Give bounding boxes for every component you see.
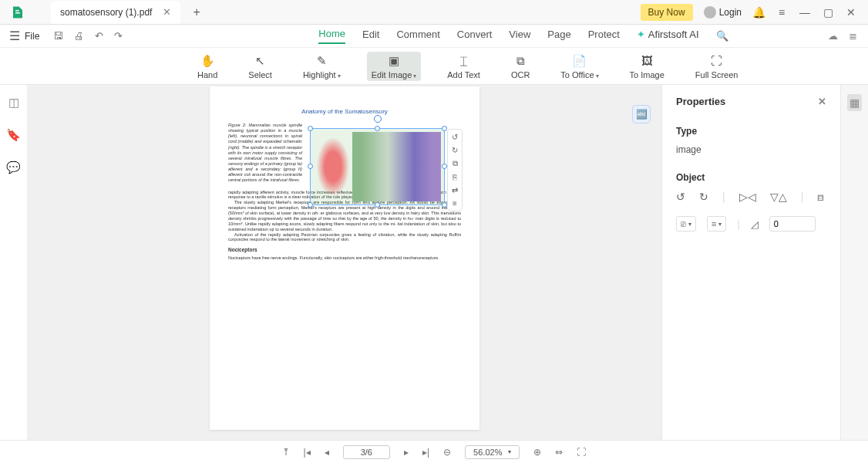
rotate-handle[interactable] — [374, 115, 382, 123]
resize-handle-bl[interactable] — [308, 202, 313, 208]
resize-handle-bm[interactable] — [375, 202, 380, 208]
crop-tool-icon[interactable]: ⧈ — [817, 191, 824, 204]
properties-panel: Properties ✕ Type image Object ↺ ↻ | ▷◁ … — [661, 85, 840, 440]
ocr-icon: ⧉ — [516, 53, 525, 69]
page-indicator[interactable]: 3/6 — [343, 445, 390, 459]
notification-icon[interactable]: 🔔 — [752, 6, 765, 19]
resize-handle-mr[interactable] — [442, 164, 447, 169]
tool-highlight[interactable]: ✎Highlight▾ — [298, 52, 345, 81]
thumbnails-icon[interactable]: ◫ — [8, 96, 19, 110]
document-tab[interactable]: somatosensory (1).pdf ✕ — [51, 1, 180, 24]
tool-ocr[interactable]: ⧉OCR — [506, 52, 534, 81]
resize-handle-tr[interactable] — [442, 126, 447, 131]
buy-now-button[interactable]: Buy Now — [641, 4, 693, 21]
export-image-icon: 🖼 — [641, 53, 653, 69]
undo-icon[interactable]: ↶ — [95, 30, 103, 42]
crop-icon[interactable]: ⧉ — [453, 159, 458, 168]
fit-page-icon[interactable]: ⛶ — [577, 447, 586, 458]
comments-icon[interactable]: 💬 — [6, 161, 21, 174]
tab-comment[interactable]: Comment — [396, 29, 439, 43]
figure-caption: Figure 2: Mammalian muscle spindle showi… — [228, 123, 302, 184]
tab-home[interactable]: Home — [318, 28, 345, 44]
office-icon: 📄 — [572, 53, 587, 69]
close-window-icon[interactable]: ✕ — [845, 6, 857, 19]
resize-handle-tm[interactable] — [375, 126, 380, 131]
ribbon: ✋Hand ↖Select ✎Highlight▾ ▣Edit Image▾ ⌶… — [0, 48, 868, 85]
ai-label: Afirstsoft AI — [648, 29, 699, 40]
search-icon[interactable]: 🔍 — [716, 30, 728, 42]
zoom-in-icon[interactable]: ⊕ — [533, 447, 541, 458]
tool-add-text[interactable]: ⌶Add Text — [442, 52, 485, 81]
close-tab-icon[interactable]: ✕ — [163, 6, 171, 18]
scroll-top-icon[interactable]: ⤒ — [282, 447, 290, 458]
align-menu[interactable]: ⎚ ▾ — [676, 216, 696, 231]
last-page-icon[interactable]: ▸| — [422, 447, 429, 458]
angle-input[interactable] — [769, 216, 816, 231]
replace-icon[interactable]: ⇄ — [452, 186, 458, 194]
resize-handle-ml[interactable] — [308, 164, 313, 169]
properties-tab-icon[interactable]: ▦ — [847, 94, 862, 111]
tab-convert[interactable]: Convert — [457, 29, 493, 43]
redo-icon[interactable]: ↷ — [114, 30, 123, 42]
tab-edit[interactable]: Edit — [362, 29, 379, 43]
print-icon[interactable]: 🖨 — [74, 30, 84, 42]
properties-title: Properties — [676, 96, 725, 107]
tool-to-image[interactable]: 🖼To Image — [625, 52, 669, 81]
tab-view[interactable]: View — [509, 29, 530, 43]
hand-icon: ✋ — [200, 53, 215, 69]
next-page-icon[interactable]: ▸ — [404, 447, 409, 458]
save-icon[interactable]: 🖫 — [53, 30, 63, 42]
minimize-icon[interactable]: — — [799, 6, 811, 19]
ai-button[interactable]: ✦ Afirstsoft AI — [637, 29, 699, 43]
chevron-down-icon: ▾ — [596, 73, 599, 79]
translate-float-button[interactable]: 🔤 — [632, 105, 651, 123]
prev-page-icon[interactable]: ◂ — [325, 447, 329, 458]
object-label: Object — [676, 172, 826, 183]
align-icon[interactable]: ≡ — [453, 199, 457, 208]
fit-width-icon[interactable]: ⇔ — [555, 447, 563, 458]
flip-v-icon[interactable]: ▽△ — [770, 191, 787, 204]
highlight-icon: ✎ — [317, 53, 327, 69]
tool-full-screen[interactable]: ⛶Full Screen — [691, 52, 743, 81]
image-content — [314, 132, 441, 201]
menubar: ☰ File 🖫 🖨 ↶ ↷ Home Edit Comment Convert… — [0, 25, 868, 48]
distribute-menu[interactable]: ≡ ▾ — [707, 216, 726, 231]
tab-protect[interactable]: Protect — [588, 29, 620, 43]
tool-select[interactable]: ↖Select — [244, 52, 277, 81]
app-logo — [6, 1, 29, 24]
tool-edit-image[interactable]: ▣Edit Image▾ — [367, 52, 422, 81]
cloud-icon[interactable]: ☁ — [828, 30, 838, 42]
login-label: Login — [719, 7, 742, 18]
bookmarks-icon[interactable]: 🔖 — [6, 128, 21, 142]
menu-icon[interactable]: ≡ — [775, 6, 788, 19]
hamburger-icon[interactable]: ☰ — [9, 29, 20, 43]
canvas[interactable]: Anatomy of the Somatosensory Figure 2: M… — [28, 85, 661, 440]
rotate-left-icon[interactable]: ↺ — [452, 133, 458, 141]
extract-icon[interactable]: ⎘ — [453, 173, 457, 181]
resize-handle-tl[interactable] — [308, 126, 313, 131]
close-panel-icon[interactable]: ✕ — [818, 96, 826, 107]
chevron-down-icon: ▾ — [413, 73, 416, 79]
list-icon[interactable]: ≣ — [849, 30, 857, 42]
selected-image[interactable]: ↺ ↻ ⧉ ⎘ ⇄ ≡ — [310, 128, 445, 205]
rotate-right-icon[interactable]: ↻ — [452, 146, 458, 154]
zoom-out-icon[interactable]: ⊖ — [443, 447, 451, 458]
tool-to-office[interactable]: 📄To Office▾ — [556, 52, 603, 81]
first-page-icon[interactable]: |◂ — [304, 447, 311, 458]
tab-page[interactable]: Page — [547, 29, 570, 43]
document-title: Anatomy of the Somatosensory — [228, 108, 461, 115]
maximize-icon[interactable]: ▢ — [822, 6, 834, 19]
angle-icon: ◿ — [751, 218, 759, 230]
heading-nociceptors: Nociceptors — [228, 247, 461, 253]
login-button[interactable]: Login — [704, 6, 742, 19]
fullscreen-icon: ⛶ — [711, 53, 722, 69]
new-tab-button[interactable]: + — [188, 4, 204, 21]
zoom-indicator[interactable]: 56.02%▾ — [465, 445, 520, 459]
rotate-ccw-icon[interactable]: ↺ — [676, 191, 685, 204]
rotate-cw-icon[interactable]: ↻ — [699, 191, 708, 204]
resize-handle-br[interactable] — [442, 202, 447, 208]
type-value: image — [676, 144, 826, 155]
tool-hand[interactable]: ✋Hand — [193, 52, 222, 81]
flip-h-icon[interactable]: ▷◁ — [739, 191, 756, 204]
file-menu[interactable]: File — [25, 31, 39, 42]
